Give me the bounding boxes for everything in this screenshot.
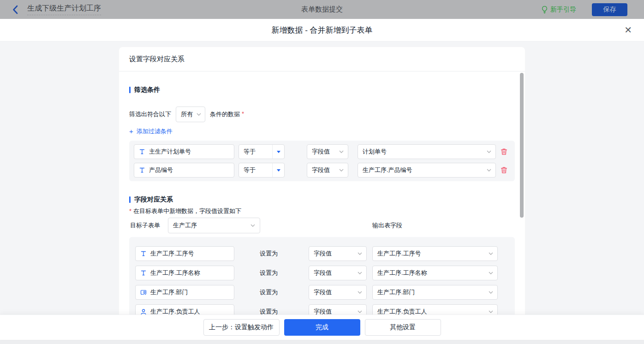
chevron-down-icon bbox=[250, 224, 255, 227]
section-accent-bar bbox=[129, 196, 131, 203]
modal-title: 新增数据 - 合并新增到子表单 bbox=[271, 25, 372, 36]
beginner-guide-link[interactable]: 新手引导 bbox=[541, 6, 576, 14]
mapping-field[interactable]: 生产工序.工序号 bbox=[135, 246, 234, 261]
filter-section-label: 筛选条件 bbox=[134, 86, 160, 94]
set-as-label: 设置为 bbox=[260, 308, 279, 314]
filter-conditions-panel: 主生产计划单号 等于 字段值 计划单号 bbox=[129, 141, 515, 181]
scrollbar-thumb[interactable] bbox=[520, 73, 524, 218]
previous-step-button[interactable]: 上一步：设置触发动作 bbox=[203, 319, 280, 336]
department-field-icon bbox=[140, 289, 147, 296]
text-field-icon bbox=[139, 167, 145, 173]
filter-scope-value: 所有 bbox=[181, 110, 193, 119]
filter-value-label: 生产工序.产品编号 bbox=[363, 166, 412, 174]
mapping-row: 生产工序.工序名称 设置为 字段值 生产工序.工序名称 bbox=[135, 266, 510, 280]
add-filter-condition-label: 添加过滤条件 bbox=[137, 127, 173, 136]
mapping-value-select[interactable]: 生产工序.部门 bbox=[372, 285, 498, 300]
add-filter-condition-link[interactable]: + 添加过滤条件 bbox=[129, 128, 173, 135]
plus-icon: + bbox=[129, 128, 133, 135]
chevron-down-icon bbox=[489, 291, 493, 294]
modal-header: 新增数据 - 合并新增到子表单 ✕ bbox=[0, 19, 644, 42]
filter-line-prefix: 筛选出符合以下 bbox=[129, 110, 171, 119]
target-subform-row: 目标子表单 生产工序 输出表字段 bbox=[129, 218, 515, 233]
target-subform-label: 目标子表单 bbox=[130, 221, 162, 230]
mapping-value-label: 生产工序.工序名称 bbox=[377, 269, 427, 277]
mapping-value-label: 生产工序.负责工人 bbox=[377, 308, 427, 314]
mapping-field-label: 生产工序.工序号 bbox=[150, 249, 194, 258]
filter-row: 产品编号 等于 字段值 生产工序.产品编号 bbox=[134, 163, 510, 178]
filter-operator-select[interactable]: 等于 bbox=[239, 163, 285, 178]
card-content: 筛选条件 筛选出符合以下 所有 条件的数据 * + 添加过滤条件 bbox=[119, 85, 525, 314]
mapping-section-title: 字段对应关系 bbox=[129, 195, 515, 204]
settings-card: 设置字段对应关系 筛选条件 筛选出符合以下 所有 条件的数据 * + bbox=[119, 47, 525, 314]
mapping-valuetype-select[interactable]: 字段值 bbox=[309, 285, 367, 300]
page-background-strip bbox=[0, 340, 644, 344]
filter-operator-select[interactable]: 等于 bbox=[239, 144, 285, 159]
text-field-icon bbox=[139, 148, 145, 155]
mapping-row: 生产工序.工序号 设置为 字段值 生产工序.工序号 bbox=[135, 246, 510, 261]
target-subform-select[interactable]: 生产工序 bbox=[168, 218, 260, 233]
filter-section-title: 筛选条件 bbox=[129, 85, 515, 95]
mapping-valuetype-select[interactable]: 字段值 bbox=[309, 266, 367, 280]
mapping-valuetype-select[interactable]: 字段值 bbox=[309, 246, 367, 261]
filter-value-label: 计划单号 bbox=[363, 148, 387, 156]
filter-operator-value: 等于 bbox=[239, 166, 272, 174]
mapping-value-select[interactable]: 生产工序.工序号 bbox=[372, 246, 498, 261]
chevron-down-icon bbox=[489, 252, 493, 255]
mapping-row: 生产工序.部门 设置为 字段值 生产工序.部门 bbox=[135, 285, 510, 300]
mapping-field[interactable]: 生产工序.负责工人 bbox=[135, 304, 234, 314]
mapping-field-label: 生产工序.工序名称 bbox=[150, 269, 200, 277]
chevron-down-icon bbox=[358, 310, 362, 313]
modal-footer: 上一步：设置触发动作 完成 其他设置 bbox=[0, 314, 644, 340]
mapping-valuetype-value: 字段值 bbox=[314, 288, 332, 297]
mapping-hint-text: 在目标表单中新增数据，字段值设置如下 bbox=[133, 207, 241, 215]
close-icon[interactable]: ✕ bbox=[624, 24, 632, 36]
lightbulb-icon bbox=[541, 6, 548, 14]
filter-operator-value: 等于 bbox=[239, 148, 272, 156]
filter-valuetype-value: 字段值 bbox=[312, 166, 330, 174]
field-mapping-panel: 生产工序.工序号 设置为 字段值 生产工序.工序号 bbox=[129, 237, 515, 314]
mapping-valuetype-select[interactable]: 字段值 bbox=[309, 304, 367, 314]
delete-condition-icon[interactable] bbox=[501, 148, 507, 155]
filter-field-select[interactable]: 主生产计划单号 bbox=[134, 144, 234, 159]
mapping-value-label: 生产工序.部门 bbox=[377, 288, 415, 297]
filter-line-suffix: 条件的数据 bbox=[210, 110, 240, 119]
modal-body: 设置字段对应关系 筛选条件 筛选出符合以下 所有 条件的数据 * + bbox=[0, 42, 644, 314]
mapping-row: 生产工序.负责工人 设置为 字段值 生产工序.负责工人 bbox=[135, 304, 510, 314]
filter-valuetype-value: 字段值 bbox=[312, 148, 330, 156]
mapping-value-select[interactable]: 生产工序.工序名称 bbox=[372, 266, 498, 280]
set-as-label: 设置为 bbox=[260, 288, 279, 297]
mapping-valuetype-value: 字段值 bbox=[314, 249, 332, 258]
chevron-down-icon bbox=[339, 169, 344, 172]
top-bar: 生成下级生产计划工序 表单数据提交 新手引导 保存 bbox=[0, 0, 644, 19]
mapping-field[interactable]: 生产工序.部门 bbox=[135, 285, 234, 300]
output-fields-label: 输出表字段 bbox=[372, 221, 402, 230]
mapping-field-label: 生产工序.部门 bbox=[150, 288, 188, 297]
mapping-field[interactable]: 生产工序.工序名称 bbox=[135, 266, 234, 280]
other-settings-button[interactable]: 其他设置 bbox=[365, 319, 441, 336]
required-mark: * bbox=[129, 208, 131, 214]
workflow-title[interactable]: 生成下级生产计划工序 bbox=[27, 4, 101, 15]
back-button[interactable] bbox=[12, 5, 18, 14]
filter-scope-select[interactable]: 所有 bbox=[176, 107, 205, 122]
filter-scope-line: 筛选出符合以下 所有 条件的数据 * bbox=[129, 107, 515, 122]
save-button[interactable]: 保存 bbox=[592, 3, 627, 16]
dropdown-caret-icon bbox=[272, 145, 284, 159]
filter-field-label: 主生产计划单号 bbox=[149, 148, 191, 156]
beginner-guide-label: 新手引导 bbox=[550, 6, 576, 14]
chevron-down-icon bbox=[487, 150, 491, 153]
filter-field-select[interactable]: 产品编号 bbox=[134, 163, 234, 178]
filter-value-select[interactable]: 生产工序.产品编号 bbox=[358, 163, 496, 178]
mapping-value-select[interactable]: 生产工序.负责工人 bbox=[372, 304, 498, 314]
filter-valuetype-select[interactable]: 字段值 bbox=[307, 163, 348, 178]
set-as-label: 设置为 bbox=[260, 269, 279, 277]
chevron-down-icon bbox=[487, 169, 491, 172]
delete-condition-icon[interactable] bbox=[501, 166, 507, 174]
card-header: 设置字段对应关系 bbox=[119, 47, 525, 71]
chevron-down-icon bbox=[489, 310, 493, 313]
chevron-down-icon bbox=[358, 291, 362, 294]
mapping-field-label: 生产工序.负责工人 bbox=[150, 308, 200, 314]
done-button[interactable]: 完成 bbox=[284, 319, 360, 336]
filter-valuetype-select[interactable]: 字段值 bbox=[307, 144, 348, 159]
filter-value-select[interactable]: 计划单号 bbox=[358, 144, 496, 159]
back-chevron-icon bbox=[12, 5, 18, 14]
